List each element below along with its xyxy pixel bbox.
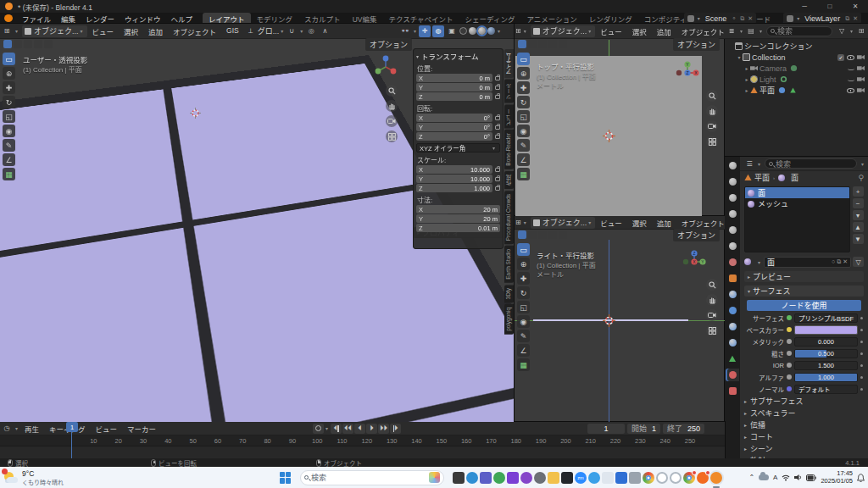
viewport-camera-icon[interactable] [386, 115, 398, 127]
viewport-menu-ビュー[interactable]: ビュー [87, 26, 120, 36]
select-mode-3[interactable] [34, 40, 42, 48]
notification-bell-icon[interactable] [857, 474, 865, 482]
workspace-tab[interactable]: UV編集 [347, 13, 383, 25]
show-gizmo-toggle[interactable]: ✛ [419, 25, 431, 37]
decorator-dot[interactable] [860, 329, 863, 331]
decorator-dot[interactable] [860, 317, 863, 319]
material-filter-button[interactable]: ▽ [853, 257, 864, 267]
breadcrumb-material[interactable]: 面 [791, 172, 798, 183]
tool-transform[interactable]: ◉ [517, 125, 530, 137]
viewport-menu-追加[interactable]: 追加 [652, 26, 676, 36]
subpanel-シーン[interactable]: ▸シーン [744, 443, 864, 453]
sidebar-tab-アイテム[interactable]: アイテム [504, 49, 514, 78]
subpanel-伝播[interactable]: ▸伝播 [744, 419, 864, 430]
tool-cursor[interactable]: ⊕ [3, 67, 15, 80]
workspace-tab[interactable]: モデリング [251, 13, 299, 25]
close-button[interactable]: ✕ [843, 0, 868, 13]
decorator-dot[interactable] [860, 388, 863, 391]
transform-X-field[interactable]: X20 m [416, 205, 500, 214]
editor-type-icon[interactable]: ☰ [743, 158, 755, 169]
tool-scale[interactable]: ◱ [517, 110, 530, 123]
field-ベースカラー[interactable] [794, 325, 858, 335]
lock-icon[interactable] [495, 125, 500, 130]
taskbar-app-notepad[interactable] [453, 472, 465, 484]
taskbar-app-copilot[interactable] [588, 472, 600, 484]
shading-material-icon[interactable] [478, 27, 486, 35]
select-mode-1[interactable] [14, 40, 22, 48]
timeline-menu-再生[interactable]: 再生 [19, 424, 44, 434]
remove-slot-button[interactable]: − [853, 198, 864, 208]
timeline-channels[interactable] [0, 446, 725, 458]
tool-select-box[interactable]: ▭ [517, 53, 530, 65]
select-mode-2[interactable] [24, 40, 32, 48]
transform-panel-header[interactable]: ▾トランスフォーム [416, 51, 500, 61]
tool-move[interactable]: ✚ [3, 81, 15, 94]
tool-add-cube[interactable]: ▦ [517, 168, 530, 180]
field-サーフェス[interactable]: プリンシプルBSDF [794, 313, 858, 323]
taskbar-app-settings[interactable] [534, 472, 546, 484]
eye-closed-icon[interactable] [848, 78, 854, 81]
lock-icon[interactable] [495, 168, 500, 172]
tool-annotate[interactable]: ✎ [517, 139, 530, 152]
transform-X-field[interactable]: X0° [416, 114, 492, 122]
properties-tab-scene[interactable] [726, 240, 739, 252]
taskbar-app-ring-white[interactable] [656, 472, 668, 484]
add-slot-button[interactable]: + [853, 186, 864, 197]
sidebar-tab-Earth Studio[interactable]: Earth Studio [504, 246, 514, 283]
xray-toggle[interactable]: ▣ [446, 25, 458, 37]
select-mode-2[interactable] [538, 230, 547, 239]
display-mode-icon[interactable]: ▤ [745, 25, 757, 37]
play-button[interactable]: ⏵ [366, 424, 377, 434]
properties-tab-modifiers[interactable] [726, 288, 739, 301]
shading-solid-icon[interactable] [469, 27, 476, 35]
viewlayer-selector[interactable]: ▾ ViewLayer ⧉✕ [783, 13, 861, 24]
navigation-gizmo[interactable] [373, 54, 398, 80]
shading-rendered-icon[interactable] [487, 27, 495, 35]
viewport-menu-追加[interactable]: 追加 [143, 26, 168, 36]
properties-tab-view-layer[interactable] [726, 224, 739, 236]
expand-icon[interactable]: ▸ [743, 65, 750, 71]
pin-icon[interactable]: ⚬ [732, 15, 737, 22]
editor-type-icon[interactable]: ⊞ [515, 25, 521, 37]
slot-specials-button[interactable]: ▾ [853, 210, 864, 220]
editor-type-icon[interactable]: ⊞ [515, 217, 521, 229]
options-dropdown[interactable]: オプション [673, 38, 720, 51]
surface-panel-header[interactable]: ▾サーフェス [744, 286, 864, 297]
tool-scale[interactable]: ◱ [517, 301, 530, 313]
editor-type-icon[interactable]: ⊞ [1, 25, 13, 37]
properties-tab-object-data[interactable] [726, 352, 739, 365]
sidebar-tab-作成[interactable]: 作成 [504, 171, 514, 189]
main-menu-ファイル[interactable]: ファイル [17, 14, 56, 24]
sidebar-tab-Bone-Reader[interactable]: Bone-Reader [504, 130, 514, 169]
checkbox-icon[interactable]: ✓ [837, 54, 844, 61]
tool-annotate[interactable]: ✎ [517, 330, 530, 342]
proportional-edit-icon[interactable]: ◎ [305, 25, 317, 37]
select-mode-2[interactable] [538, 40, 547, 48]
timeline-menu-ビュー[interactable]: ビュー [91, 424, 123, 434]
pin-icon[interactable]: ⚲ [858, 174, 864, 182]
properties-tab-constraints[interactable] [726, 336, 739, 349]
main-menu-レンダー[interactable]: レンダー [81, 14, 120, 24]
expand-icon[interactable]: ▸ [743, 87, 750, 93]
taskbar-search-input[interactable]: 検索 [300, 470, 444, 485]
wifi-icon[interactable] [782, 474, 790, 481]
lock-icon[interactable] [495, 95, 500, 99]
properties-tab-material[interactable] [726, 369, 739, 381]
battery-icon[interactable] [806, 474, 816, 481]
field-ノーマル[interactable]: デフォルト [794, 385, 858, 394]
tool-measure[interactable]: ∠ [3, 153, 15, 166]
lock-icon[interactable] [495, 177, 500, 181]
properties-tab-object[interactable] [726, 272, 739, 285]
taskbar-app-file-explorer[interactable] [548, 472, 559, 484]
new-collection-icon[interactable]: ⊞ [855, 25, 867, 37]
outliner-row-シーンコレクション[interactable]: シーンコレクション [725, 41, 868, 52]
timeline-menu-マーカー[interactable]: マーカー [122, 424, 161, 434]
minimize-button[interactable]: ─ [792, 0, 817, 13]
taskbar-app-chrome[interactable] [643, 472, 654, 484]
select-mode-3[interactable] [548, 230, 557, 239]
frame-start-field[interactable]: 開始1 [627, 424, 660, 434]
tool-rotate[interactable]: ↻ [517, 96, 530, 108]
navigation-gizmo[interactable]: Z X Y [681, 248, 708, 275]
outliner-search-input[interactable]: 検索 [766, 26, 832, 36]
taskbar-app-chrome-badge[interactable] [683, 472, 695, 484]
